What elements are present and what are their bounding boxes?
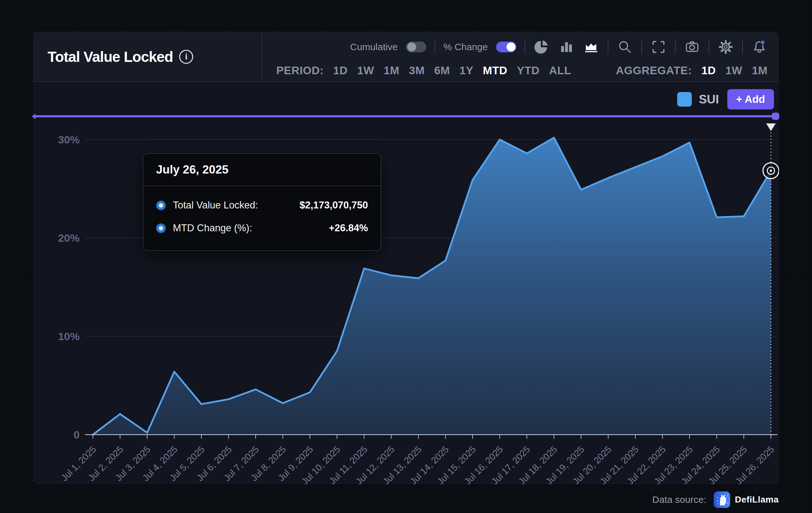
toolbar-divider xyxy=(435,40,435,54)
toolbar-divider xyxy=(742,40,743,54)
chart-scrubber[interactable] xyxy=(34,115,778,117)
toolbar-row: Cumulative % Change xyxy=(262,32,778,61)
search-icon[interactable] xyxy=(617,39,633,55)
x-axis: Jul 1, 2025Jul 2, 2025Jul 3, 2025Jul 4, … xyxy=(59,435,777,484)
panel-header: Total Value Locked i Cumulative % Change… xyxy=(34,32,778,82)
period-option-3m[interactable]: 3M xyxy=(409,64,425,77)
tvl-chart-panel: Total Value Locked i Cumulative % Change… xyxy=(33,32,779,484)
tooltip-row: Total Value Locked: $2,173,070,750 xyxy=(156,194,368,217)
defillama-brand[interactable]: DefiLlama xyxy=(713,491,779,508)
aggregate-group: AGGREGATE: 1D1W1M xyxy=(616,64,767,77)
period-option-ytd[interactable]: YTD xyxy=(517,64,540,77)
aggregate-option-1d[interactable]: 1D xyxy=(701,64,716,77)
toolbar-divider xyxy=(608,40,608,54)
aggregate-option-1w[interactable]: 1W xyxy=(725,64,743,77)
cumulative-toggle-label: Cumulative xyxy=(350,41,398,52)
sui-color-swatch xyxy=(677,92,692,107)
period-label: PERIOD: xyxy=(276,64,323,77)
crosshair-handle[interactable] xyxy=(766,123,776,131)
y-axis-label: 10% xyxy=(58,330,80,342)
aggregate-label: AGGREGATE: xyxy=(616,64,692,77)
period-option-1w[interactable]: 1W xyxy=(357,64,374,77)
toggle-knob xyxy=(506,42,516,51)
toolbar: Cumulative % Change PERIOD: 1D1W1M3M6M1Y… xyxy=(262,32,778,81)
period-option-1d[interactable]: 1D xyxy=(333,64,348,77)
title-cell: Total Value Locked i xyxy=(34,32,262,81)
add-series-button[interactable]: + Add xyxy=(727,89,774,110)
notifications-bell-icon[interactable] xyxy=(751,39,767,55)
period-option-1y[interactable]: 1Y xyxy=(459,64,473,77)
tooltip-body: Total Value Locked: $2,173,070,750 MTD C… xyxy=(143,186,381,239)
tooltip-date: July 26, 2025 xyxy=(156,163,228,176)
tooltip-row: MTD Change (%): +26.84% xyxy=(156,217,368,239)
legend-row: SUI + Add xyxy=(677,89,774,110)
period-option-all[interactable]: ALL xyxy=(549,64,571,77)
fullscreen-icon[interactable] xyxy=(650,39,667,55)
bar-chart-icon[interactable] xyxy=(558,39,575,55)
data-source-label: Data source: xyxy=(652,494,706,505)
percent-change-toggle-label: % Change xyxy=(443,41,488,52)
tooltip-header: July 26, 2025 xyxy=(143,154,381,186)
tooltip-row-value: +26.84% xyxy=(329,222,368,234)
percent-change-toggle[interactable] xyxy=(496,41,516,52)
filters-row: PERIOD: 1D1W1M3M6M1YMTDYTDALL AGGREGATE:… xyxy=(262,61,778,81)
area-chart-icon[interactable] xyxy=(583,39,600,55)
scrubber-left-cap[interactable] xyxy=(32,114,35,119)
period-option-6m[interactable]: 6M xyxy=(434,64,450,77)
tooltip-row-label: MTD Change (%): xyxy=(173,222,252,234)
y-axis-label: 0 xyxy=(74,429,80,441)
scrubber-right-cap[interactable] xyxy=(772,113,779,120)
toolbar-divider xyxy=(708,40,709,54)
toggle-knob xyxy=(407,42,416,51)
chart-tooltip: July 26, 2025 Total Value Locked: $2,173… xyxy=(143,153,381,251)
aggregate-option-1m[interactable]: 1M xyxy=(752,64,767,77)
chart-area[interactable]: 010%20%30%Jul 1, 2025Jul 2, 2025Jul 3, 2… xyxy=(34,121,779,484)
page-background: { "header": { "title": "Total Value Lock… xyxy=(0,0,812,513)
legend-series-name: SUI xyxy=(699,93,719,106)
defillama-logo xyxy=(713,491,730,508)
period-options: 1D1W1M3M6M1YMTDYTDALL xyxy=(333,64,571,77)
y-axis-label: 20% xyxy=(58,232,80,244)
tooltip-row-label: Total Value Locked: xyxy=(173,200,258,211)
legend-chip-sui[interactable]: SUI xyxy=(677,92,719,107)
tooltip-row-value: $2,173,070,750 xyxy=(300,200,368,211)
period-option-mtd[interactable]: MTD xyxy=(483,64,507,77)
data-source-row: Data source: DefiLlama xyxy=(652,491,779,508)
selected-point-marker xyxy=(763,163,779,179)
aggregate-options: 1D1W1M xyxy=(701,64,767,77)
page-title: Total Value Locked xyxy=(48,48,173,65)
info-icon[interactable]: i xyxy=(179,50,193,64)
settings-gear-icon[interactable] xyxy=(718,39,734,55)
series-dot-icon xyxy=(156,200,166,210)
series-dot-icon xyxy=(156,223,166,233)
period-option-1m[interactable]: 1M xyxy=(384,64,400,77)
icon-row xyxy=(533,39,767,55)
cumulative-toggle[interactable] xyxy=(406,41,426,52)
toolbar-divider xyxy=(525,40,525,54)
camera-icon[interactable] xyxy=(684,39,700,55)
period-group: PERIOD: 1D1W1M3M6M1YMTDYTDALL xyxy=(276,64,571,77)
toolbar-divider xyxy=(641,40,642,54)
y-axis-label: 30% xyxy=(58,134,80,146)
defillama-brand-name: DefiLlama xyxy=(735,494,779,505)
pie-chart-icon[interactable] xyxy=(533,39,550,55)
toolbar-divider xyxy=(675,40,676,54)
